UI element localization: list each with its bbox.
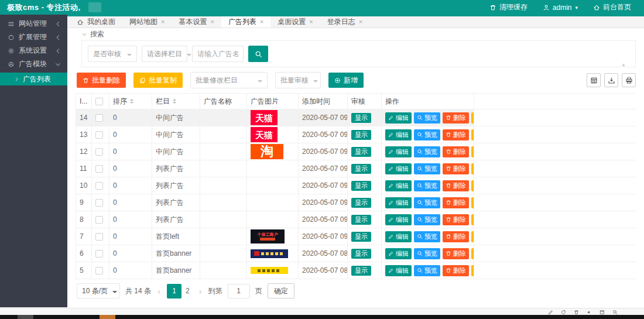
sidebar-item-ad-list-active[interactable]: 广告列表 [0, 73, 67, 85]
ad-name-input[interactable] [192, 46, 244, 62]
audit-status-badge[interactable]: 显示 [351, 249, 371, 259]
preview-button[interactable]: 预览 [414, 214, 440, 225]
filter-button[interactable] [587, 73, 601, 87]
dark-banner-ad-image[interactable]: 个体工商户 [251, 229, 285, 243]
search-button[interactable] [248, 46, 268, 62]
audit-status-badge[interactable]: 显示 [351, 130, 371, 140]
delete-button[interactable]: 删除 [443, 163, 469, 174]
tab-close-icon[interactable]: × [260, 19, 263, 25]
tab-close-icon[interactable]: × [210, 19, 214, 25]
preview-button[interactable]: 预览 [414, 163, 440, 174]
tab-item-3[interactable]: 基本设置× [172, 16, 221, 28]
edit-button[interactable]: 编辑 [385, 180, 412, 191]
header-menu-item-3[interactable]: 前台首页 [593, 2, 631, 12]
tab-item-1[interactable]: 我的桌面 [70, 16, 122, 28]
taskbar-app-1[interactable] [18, 315, 33, 319]
edit-button[interactable]: 编辑 [385, 248, 412, 259]
blue-banner-ad-image[interactable] [251, 249, 288, 258]
delete-button[interactable]: 删除 [443, 231, 469, 242]
select-all-checkbox[interactable] [95, 98, 103, 105]
delete-button[interactable]: 删除 [443, 197, 469, 208]
hamburger-icon[interactable] [88, 2, 101, 12]
print-button[interactable] [622, 73, 636, 87]
row-checkbox[interactable] [95, 267, 103, 275]
audit-status-badge[interactable]: 显示 [351, 215, 371, 225]
preview-button[interactable]: 预览 [414, 197, 440, 208]
row-checkbox[interactable] [95, 131, 103, 139]
edit-button[interactable]: 编辑 [385, 129, 412, 140]
audit-status-badge[interactable]: 显示 [351, 113, 371, 123]
header-menu-item-2[interactable]: admin▾ [543, 4, 578, 12]
taobao-ad-image[interactable]: 淘 [251, 144, 283, 159]
next-page-button[interactable]: › [198, 286, 203, 296]
sidebar-item-1[interactable]: 网站管理 [0, 17, 67, 30]
row-checkbox[interactable] [95, 233, 103, 241]
tmall-ad-image[interactable]: 天猫 [251, 127, 278, 142]
table-scroll-up-icon[interactable]: ▲ [621, 62, 626, 67]
header-menu-item-1[interactable]: 清理缓存 [489, 2, 527, 12]
taskbar-app-2[interactable] [100, 315, 115, 319]
add-button[interactable]: 新增 [328, 73, 364, 88]
preview-button[interactable]: 预览 [414, 129, 440, 140]
col-sort[interactable]: 排序 [109, 93, 152, 109]
row-checkbox[interactable] [95, 250, 103, 258]
sort-icon[interactable] [130, 99, 133, 104]
audit-status-badge[interactable]: 显示 [351, 198, 371, 208]
row-checkbox[interactable] [95, 216, 103, 224]
delete-button[interactable]: 删除 [443, 129, 469, 140]
batch-copy-button[interactable]: 批量复制 [133, 73, 183, 88]
preview-button[interactable]: 预览 [414, 248, 440, 259]
row-checkbox[interactable] [95, 114, 103, 122]
edit-button[interactable]: 编辑 [385, 197, 412, 208]
audit-status-badge[interactable]: 显示 [351, 266, 371, 276]
edit-button[interactable]: 编辑 [385, 265, 412, 276]
search-collapse-toggle[interactable]: 搜索 [81, 29, 636, 39]
audit-status-badge[interactable]: 显示 [351, 181, 371, 191]
batch-delete-button[interactable]: 批量删除 [77, 73, 126, 88]
preview-button[interactable]: 预览 [414, 146, 440, 157]
preview-button[interactable]: 预览 [414, 265, 440, 276]
edit-button[interactable]: 编辑 [385, 112, 412, 124]
tab-item-5[interactable]: 桌面设置× [270, 16, 320, 28]
preview-button[interactable]: 预览 [414, 180, 440, 191]
delete-button[interactable]: 删除 [443, 214, 469, 225]
per-page-select[interactable]: 10 条/页 [77, 283, 120, 299]
sort-icon[interactable] [173, 99, 176, 104]
tab-close-icon[interactable]: × [359, 19, 362, 25]
tab-item-6[interactable]: 登录日志× [320, 16, 369, 28]
delete-button[interactable]: 删除 [443, 265, 469, 276]
page-1-button[interactable]: 1 [167, 284, 181, 299]
audit-filter-select[interactable]: 是否审核 [88, 46, 137, 62]
delete-button[interactable]: 删除 [443, 248, 469, 259]
prev-page-button[interactable]: ‹ [156, 286, 162, 296]
tab-close-icon[interactable]: × [309, 19, 313, 25]
row-checkbox[interactable] [95, 199, 103, 207]
delete-button[interactable]: 删除 [443, 146, 469, 157]
audit-status-badge[interactable]: 显示 [351, 164, 371, 174]
page-2-button[interactable]: 2 [183, 287, 193, 295]
batch-column-select[interactable]: 批量修改栏目 [190, 72, 268, 88]
preview-button[interactable]: 预览 [414, 112, 440, 124]
sidebar-item-3[interactable]: 系统设置 [0, 44, 67, 57]
row-checkbox[interactable] [95, 182, 103, 190]
tab-item-4[interactable]: 广告列表× [221, 16, 270, 28]
edit-button[interactable]: 编辑 [385, 146, 412, 157]
edit-button[interactable]: 编辑 [385, 214, 412, 225]
col-column[interactable]: 栏目 [152, 93, 200, 109]
tab-close-icon[interactable]: × [161, 19, 165, 25]
confirm-button[interactable]: 确定 [268, 283, 294, 299]
row-checkbox[interactable] [95, 165, 103, 173]
delete-button[interactable]: 删除 [443, 112, 469, 124]
yellow-banner-ad-image[interactable] [251, 267, 288, 274]
audit-status-badge[interactable]: 显示 [351, 147, 371, 157]
sidebar-item-2[interactable]: 扩展管理 [0, 30, 67, 44]
delete-button[interactable]: 删除 [443, 180, 469, 191]
edit-button[interactable]: 编辑 [385, 231, 412, 242]
batch-audit-select[interactable]: 批量审核 [275, 72, 321, 88]
audit-status-badge[interactable]: 显示 [351, 232, 371, 242]
tab-item-2[interactable]: 网站地图× [122, 16, 172, 28]
preview-button[interactable]: 预览 [414, 231, 440, 242]
edit-button[interactable]: 编辑 [385, 163, 412, 174]
row-checkbox[interactable] [95, 148, 103, 156]
jump-page-input[interactable] [228, 284, 250, 299]
